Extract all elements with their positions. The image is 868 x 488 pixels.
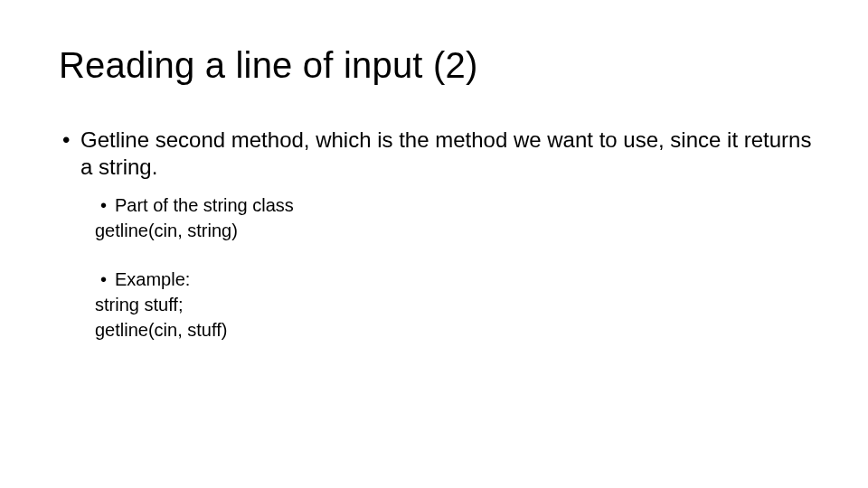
bullet-dot-icon: • [62,127,70,154]
slide-title: Reading a line of input (2) [59,45,477,86]
sub-text: Part of the string class [115,195,294,215]
bullet-text: Getline second method, which is the meth… [80,127,811,179]
spacer [59,242,814,264]
slide: Reading a line of input (2) • Getline se… [0,0,868,488]
bullet-dot-icon: • [100,193,107,217]
bullet-dot-icon: • [100,267,107,291]
sub-text: Example: [115,269,190,289]
code-line: string stuff; [95,293,814,316]
slide-body: • Getline second method, which is the me… [59,127,814,342]
code-line: getline(cin, stuff) [95,318,814,342]
sub-block-2: • Example: string stuff; getline(cin, st… [95,267,814,342]
sub-block-1: • Part of the string class getline(cin, … [95,193,814,242]
sub-bullet: • Example: [95,267,814,291]
sub-bullet: • Part of the string class [95,193,814,217]
bullet-level1: • Getline second method, which is the me… [59,127,814,181]
code-line: getline(cin, string) [95,219,814,242]
